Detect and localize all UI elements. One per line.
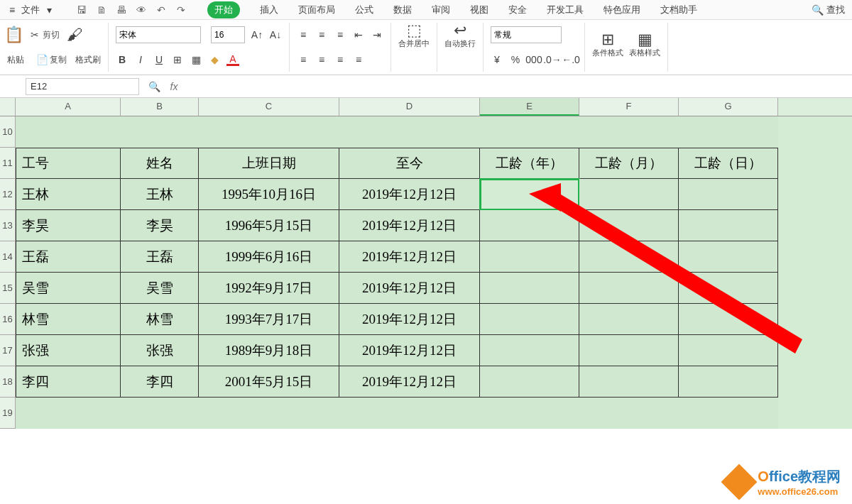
col-header-d[interactable]: D bbox=[339, 98, 480, 116]
undo-icon[interactable]: ↶ bbox=[155, 4, 168, 16]
row-header[interactable]: 16 bbox=[0, 304, 16, 335]
align-center-icon[interactable]: ≡ bbox=[315, 53, 328, 66]
row-header[interactable]: 18 bbox=[0, 366, 16, 398]
save-as-icon[interactable]: 🗎 bbox=[95, 4, 108, 16]
format-painter-button[interactable]: 🖌 bbox=[68, 28, 81, 41]
cell[interactable] bbox=[480, 335, 579, 366]
conditional-format-button[interactable]: ⊞ 条件格式 bbox=[592, 33, 623, 58]
print-preview-icon[interactable]: 👁 bbox=[135, 4, 148, 16]
select-all-corner[interactable] bbox=[0, 98, 16, 116]
align-bottom-icon[interactable]: ≡ bbox=[334, 28, 346, 41]
cell[interactable] bbox=[579, 116, 679, 148]
cell[interactable]: 吴雪 bbox=[16, 273, 121, 304]
align-left-icon[interactable]: ≡ bbox=[297, 53, 310, 66]
cell[interactable] bbox=[16, 116, 121, 148]
col-header-a[interactable]: A bbox=[16, 98, 121, 116]
underline-button[interactable]: U bbox=[153, 53, 165, 66]
cell[interactable] bbox=[579, 398, 679, 429]
tab-formula[interactable]: 公式 bbox=[355, 4, 373, 16]
row-header[interactable]: 13 bbox=[0, 210, 16, 241]
cell[interactable]: 林雪 bbox=[16, 304, 121, 335]
cell[interactable] bbox=[16, 398, 121, 429]
cell[interactable] bbox=[679, 210, 778, 241]
cell[interactable] bbox=[579, 304, 679, 335]
cell[interactable]: 李昊 bbox=[16, 210, 121, 241]
cell[interactable] bbox=[199, 398, 339, 429]
border-style-button[interactable]: ▦ bbox=[190, 53, 202, 66]
cell[interactable] bbox=[579, 366, 679, 398]
increase-font-icon[interactable]: A↑ bbox=[251, 28, 263, 41]
thousands-icon[interactable]: 000 bbox=[528, 53, 540, 66]
border-button[interactable]: ⊞ bbox=[171, 53, 184, 66]
tab-devtools[interactable]: 开发工具 bbox=[547, 4, 584, 16]
align-right-icon[interactable]: ≡ bbox=[334, 53, 346, 66]
cell[interactable]: 张强 bbox=[121, 335, 199, 366]
row-header[interactable]: 19 bbox=[0, 398, 16, 429]
align-justify-icon[interactable]: ≡ bbox=[352, 53, 365, 66]
increase-decimal-icon[interactable]: .0→ bbox=[546, 53, 559, 66]
redo-icon[interactable]: ↷ bbox=[175, 4, 187, 16]
header-cell-d[interactable]: 至今 bbox=[339, 148, 480, 179]
cell[interactable]: 2019年12月12日 bbox=[339, 241, 480, 273]
header-cell-g[interactable]: 工龄（日） bbox=[679, 148, 778, 179]
cell[interactable]: 1989年9月18日 bbox=[199, 335, 339, 366]
cell[interactable] bbox=[679, 398, 778, 429]
currency-icon[interactable]: ¥ bbox=[491, 53, 503, 66]
formula-input[interactable] bbox=[189, 78, 852, 95]
col-header-g[interactable]: G bbox=[679, 98, 778, 116]
number-format-select[interactable] bbox=[491, 26, 562, 43]
tab-doc-helper[interactable]: 文档助手 bbox=[660, 4, 697, 16]
header-cell-a[interactable]: 工号 bbox=[16, 148, 121, 179]
cell[interactable]: 林雪 bbox=[121, 304, 199, 335]
cell[interactable] bbox=[480, 366, 579, 398]
cell[interactable]: 李四 bbox=[121, 366, 199, 398]
print-icon[interactable]: 🖶 bbox=[115, 4, 128, 16]
cell[interactable]: 张强 bbox=[16, 335, 121, 366]
decrease-font-icon[interactable]: A↓ bbox=[269, 28, 282, 41]
row-header[interactable]: 12 bbox=[0, 179, 16, 210]
row-header[interactable]: 10 bbox=[0, 116, 16, 148]
cut-button[interactable]: ✂剪切 bbox=[26, 27, 62, 43]
cell[interactable] bbox=[679, 304, 778, 335]
paste-button[interactable]: 📋 bbox=[7, 28, 20, 41]
cell[interactable] bbox=[679, 116, 778, 148]
tab-security[interactable]: 安全 bbox=[508, 4, 527, 16]
cell[interactable]: 吴雪 bbox=[121, 273, 199, 304]
header-cell-c[interactable]: 上班日期 bbox=[199, 148, 339, 179]
cell[interactable] bbox=[480, 304, 579, 335]
cell[interactable] bbox=[579, 273, 679, 304]
file-menu[interactable]: ≡ 文件 ▾ bbox=[6, 4, 55, 16]
row-header[interactable]: 17 bbox=[0, 335, 16, 366]
wrap-text-button[interactable]: ↩ 自动换行 bbox=[444, 24, 476, 49]
copy-button[interactable]: 📄复制 bbox=[33, 52, 70, 67]
cell[interactable] bbox=[121, 398, 199, 429]
header-cell-e[interactable]: 工龄（年） bbox=[480, 148, 579, 179]
col-header-f[interactable]: F bbox=[579, 98, 679, 116]
table-style-button[interactable]: ▦ 表格样式 bbox=[629, 33, 660, 58]
tab-insert[interactable]: 插入 bbox=[260, 4, 278, 16]
align-top-icon[interactable]: ≡ bbox=[297, 28, 310, 41]
cell[interactable]: 1993年7月17日 bbox=[199, 304, 339, 335]
tab-page-layout[interactable]: 页面布局 bbox=[298, 4, 335, 16]
cell[interactable]: 王林 bbox=[121, 179, 199, 210]
cell[interactable]: 王磊 bbox=[121, 241, 199, 273]
cell[interactable] bbox=[339, 398, 480, 429]
col-header-b[interactable]: B bbox=[121, 98, 199, 116]
cell[interactable]: 2019年12月12日 bbox=[339, 335, 480, 366]
save-icon[interactable]: 🖫 bbox=[75, 4, 88, 16]
cell[interactable] bbox=[579, 210, 679, 241]
cell[interactable] bbox=[679, 273, 778, 304]
tab-view[interactable]: 视图 bbox=[470, 4, 488, 16]
cell[interactable] bbox=[480, 398, 579, 429]
col-header-e[interactable]: E bbox=[480, 98, 579, 116]
row-header[interactable]: 14 bbox=[0, 241, 16, 273]
fx-icon[interactable]: fx bbox=[168, 80, 180, 93]
selected-cell-e12[interactable] bbox=[480, 179, 579, 210]
cell[interactable] bbox=[121, 116, 199, 148]
font-color-button[interactable]: A bbox=[226, 53, 239, 66]
cell[interactable]: 1996年5月15日 bbox=[199, 210, 339, 241]
cell[interactable] bbox=[579, 335, 679, 366]
cell[interactable] bbox=[480, 210, 579, 241]
cell[interactable]: 2019年12月12日 bbox=[339, 210, 480, 241]
cell[interactable] bbox=[199, 116, 339, 148]
